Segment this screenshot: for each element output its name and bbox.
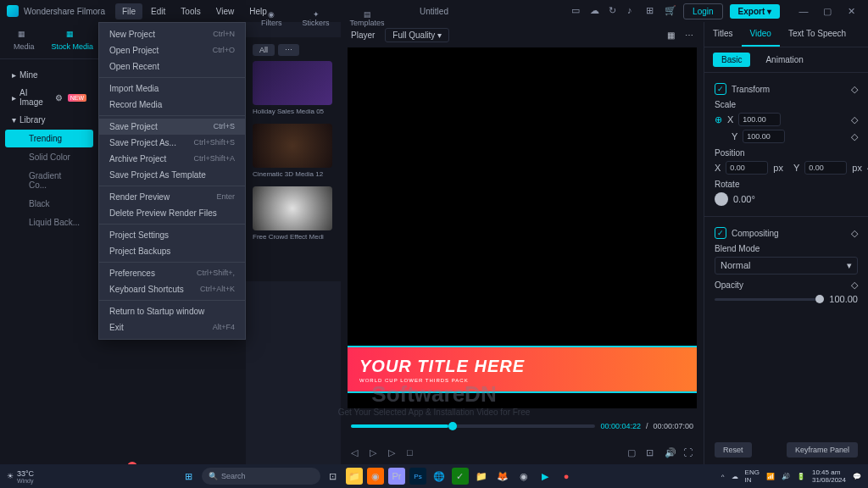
fullscreen-icon[interactable]: ⛶: [683, 447, 693, 458]
mark-in-icon[interactable]: ▢: [627, 447, 637, 458]
pos-y-input[interactable]: [804, 161, 847, 175]
scale-x-input[interactable]: [738, 113, 781, 126]
app-icon[interactable]: ▶: [537, 468, 554, 485]
tab-media[interactable]: ▦Media: [7, 27, 42, 53]
menu-view[interactable]: View: [209, 3, 242, 19]
rotate-dial[interactable]: [715, 192, 728, 206]
clock[interactable]: 10:45 am31/08/2024: [812, 469, 846, 484]
menu-item[interactable]: Import Media: [99, 80, 245, 97]
app-icon[interactable]: Ps: [409, 468, 426, 485]
cloud-icon[interactable]: ☁: [590, 5, 602, 17]
sidebar-item-library[interactable]: ▾ Library: [0, 111, 98, 129]
menu-item[interactable]: Render PreviewEnter: [99, 189, 245, 205]
next-frame-icon[interactable]: ▷: [388, 447, 398, 458]
media-item[interactable]: Free Crowd Effect Medi: [253, 186, 334, 241]
snapshot-icon[interactable]: ▦: [667, 30, 675, 40]
sidebar-sub-black[interactable]: Black: [5, 195, 93, 213]
filter-all[interactable]: All: [253, 44, 275, 56]
tab-filters[interactable]: ◉Filters: [253, 8, 291, 30]
progress-bar[interactable]: [351, 424, 595, 428]
subtab-basic[interactable]: Basic: [713, 53, 750, 67]
start-button[interactable]: ⊞: [181, 468, 198, 485]
search-box[interactable]: 🔍Search: [202, 468, 320, 485]
scale-y-input[interactable]: [743, 130, 785, 143]
filter-more[interactable]: ⋯: [278, 44, 299, 56]
reset-button[interactable]: Reset: [715, 442, 752, 458]
app-icon[interactable]: 📁: [473, 468, 490, 485]
menu-item[interactable]: Open Recent: [99, 58, 245, 75]
app-icon[interactable]: Pr: [388, 468, 405, 485]
menu-file[interactable]: File: [115, 3, 142, 19]
taskview-icon[interactable]: ⊡: [325, 468, 342, 485]
language-indicator[interactable]: ENGIN: [745, 469, 760, 484]
export-button[interactable]: Export ▾: [730, 4, 780, 19]
explorer-icon[interactable]: 📁: [346, 468, 363, 485]
media-item[interactable]: Cinematic 3D Media 12: [253, 124, 334, 178]
login-button[interactable]: Login: [683, 3, 722, 19]
pos-x-input[interactable]: [726, 161, 768, 175]
menu-item[interactable]: Save ProjectCtrl+S: [99, 119, 245, 135]
app-icon[interactable]: ✓: [452, 468, 469, 485]
tray-chevron-icon[interactable]: ^: [721, 473, 725, 480]
menu-item[interactable]: Save Project As Template: [99, 167, 245, 183]
cart-icon[interactable]: 🛒: [665, 5, 676, 17]
wifi-icon[interactable]: 📶: [766, 473, 775, 480]
app-icon[interactable]: ◉: [367, 468, 384, 485]
transform-toggle[interactable]: [715, 83, 726, 95]
minimize-button[interactable]: —: [793, 3, 814, 19]
menu-edit[interactable]: Edit: [144, 3, 172, 19]
chrome-icon[interactable]: 🌐: [431, 468, 448, 485]
tab-titles[interactable]: Titles: [704, 22, 742, 47]
tab-templates[interactable]: ▤Templates: [342, 8, 393, 30]
blend-select[interactable]: Normal▾: [715, 257, 858, 274]
volume-icon[interactable]: 🔊: [665, 447, 675, 458]
keyframe-button[interactable]: Keyframe Panel: [787, 442, 858, 458]
compositing-toggle[interactable]: [715, 227, 726, 239]
sidebar-sub-solid[interactable]: Solid Color: [5, 148, 93, 166]
onedrive-icon[interactable]: ☁: [732, 473, 738, 480]
battery-icon[interactable]: 🔋: [797, 473, 805, 480]
capture-icon[interactable]: ⊡: [646, 447, 656, 458]
menu-tools[interactable]: Tools: [174, 3, 207, 19]
menu-item[interactable]: Delete Preview Render Files: [99, 205, 245, 221]
sidebar-sub-gradient[interactable]: Gradient Co...: [5, 167, 93, 194]
volume-icon[interactable]: 🔊: [782, 473, 790, 480]
tab-stickers[interactable]: ✦Stickers: [294, 8, 338, 30]
reset-icon[interactable]: ◇: [851, 228, 858, 239]
menu-item[interactable]: Open ProjectCtrl+O: [99, 42, 245, 58]
subtab-animation[interactable]: Animation: [757, 53, 811, 67]
notifications-icon[interactable]: 💬: [853, 473, 861, 480]
prev-frame-icon[interactable]: ◁: [351, 447, 361, 458]
reset-icon[interactable]: ◇: [851, 84, 858, 95]
reset-icon[interactable]: ◇: [851, 280, 858, 291]
opacity-slider[interactable]: [715, 298, 824, 301]
sidebar-item-ai-image[interactable]: ▸ AI Image ⚙ NEW: [0, 84, 98, 111]
tab-stock-media[interactable]: ▦Stock Media: [45, 27, 101, 53]
menu-item[interactable]: Save Project As...Ctrl+Shift+S: [99, 135, 245, 151]
cast-icon[interactable]: ▭: [571, 5, 583, 17]
sidebar-sub-liquid[interactable]: Liquid Back...: [5, 214, 93, 231]
gift-icon[interactable]: ⊞: [646, 5, 658, 17]
app-icon[interactable]: ◉: [515, 468, 532, 485]
tab-tts[interactable]: Text To Speech: [780, 22, 854, 47]
menu-item[interactable]: PreferencesCtrl+Shift+,: [99, 265, 245, 281]
sidebar-sub-trending[interactable]: Trending: [5, 130, 93, 147]
menu-item[interactable]: Record Media: [99, 97, 245, 113]
player-more-icon[interactable]: ⋯: [685, 30, 693, 40]
play-icon[interactable]: ▷: [370, 447, 380, 458]
menu-item[interactable]: Keyboard ShortcutsCtrl+Alt+K: [99, 281, 245, 297]
maximize-button[interactable]: ▢: [817, 3, 837, 19]
menu-item[interactable]: Archive ProjectCtrl+Shift+A: [99, 151, 245, 167]
tab-video[interactable]: Video: [742, 22, 780, 47]
menu-item[interactable]: Project Backups: [99, 243, 245, 259]
link-icon[interactable]: ⊕: [715, 114, 722, 125]
media-item[interactable]: Holiday Sales Media 05: [253, 61, 334, 115]
close-button[interactable]: ✕: [841, 3, 861, 19]
menu-item[interactable]: Project Settings: [99, 227, 245, 243]
video-preview[interactable]: YOUR TITLE HERE WORLD CUP LOWER THIRDS P…: [348, 47, 697, 408]
firefox-icon[interactable]: 🦊: [494, 468, 511, 485]
bell-icon[interactable]: ♪: [627, 5, 639, 17]
menu-item[interactable]: ExitAlt+F4: [99, 319, 245, 336]
app-icon[interactable]: ●: [558, 468, 575, 485]
menu-item[interactable]: New ProjectCtrl+N: [99, 26, 245, 42]
